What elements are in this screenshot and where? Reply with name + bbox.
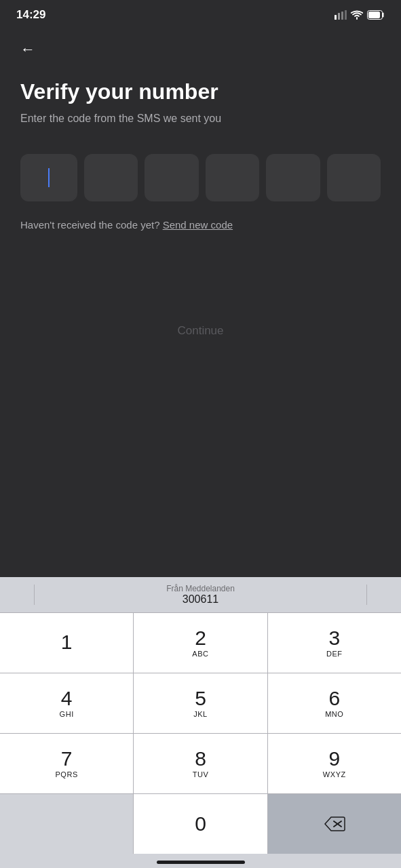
- key-8-letters: TUV: [193, 770, 209, 778]
- battery-icon: [367, 10, 385, 20]
- key-3-letters: DEF: [326, 650, 343, 658]
- code-box-2[interactable]: [84, 154, 138, 201]
- status-icons: [335, 10, 385, 20]
- key-3[interactable]: 3 DEF: [268, 613, 401, 673]
- page-subtitle: Enter the code from the SMS we sent you: [20, 111, 381, 126]
- suggestion-left-divider: [34, 585, 35, 605]
- home-indicator: [0, 854, 401, 868]
- key-1-number: 1: [61, 632, 73, 652]
- svg-rect-2: [341, 12, 343, 20]
- numpad: 1 2 ABC 3 DEF 4 GHI 5 JKL 6 MNO 7 PQRS: [0, 613, 401, 854]
- title-section: Verify your number Enter the code from t…: [20, 79, 381, 127]
- resend-prompt: Haven't received the code yet?: [20, 219, 160, 231]
- key-9[interactable]: 9 WXYZ: [268, 734, 401, 793]
- key-5[interactable]: 5 JKL: [134, 673, 267, 733]
- code-box-1[interactable]: [20, 154, 77, 201]
- key-8-number: 8: [195, 749, 206, 769]
- key-delete[interactable]: [268, 794, 401, 854]
- key-7-letters: PQRS: [55, 770, 77, 778]
- key-7[interactable]: 7 PQRS: [0, 734, 133, 793]
- code-box-4[interactable]: [206, 154, 260, 201]
- key-1[interactable]: 1: [0, 613, 133, 673]
- key-0[interactable]: 0: [134, 794, 267, 854]
- continue-button[interactable]: Continue: [20, 313, 381, 349]
- key-3-number: 3: [328, 628, 340, 648]
- keyboard-area: Från Meddelanden 300611 1 2 ABC 3 DEF 4 …: [0, 577, 401, 868]
- key-2-letters: ABC: [192, 650, 208, 658]
- key-9-number: 9: [328, 749, 340, 769]
- text-cursor: [48, 168, 50, 187]
- key-7-number: 7: [61, 749, 73, 769]
- key-empty: [0, 794, 133, 854]
- keyboard-suggestion-bar[interactable]: Från Meddelanden 300611: [0, 577, 401, 613]
- status-bar: 14:29: [0, 0, 401, 27]
- key-6[interactable]: 6 MNO: [268, 673, 401, 733]
- home-bar: [157, 861, 245, 864]
- key-0-number: 0: [195, 814, 206, 834]
- suggestion-label: Från Meddelanden: [166, 584, 235, 593]
- code-box-3[interactable]: [145, 154, 199, 201]
- send-new-code-link[interactable]: Send new code: [163, 219, 233, 231]
- suggestion-content: Från Meddelanden 300611: [166, 584, 235, 606]
- key-8[interactable]: 8 TUV: [134, 734, 267, 793]
- key-2-number: 2: [195, 628, 206, 648]
- key-2[interactable]: 2 ABC: [134, 613, 267, 673]
- key-6-letters: MNO: [325, 710, 343, 718]
- app-area: ← Verify your number Enter the code from…: [0, 27, 401, 349]
- signal-icon: [335, 10, 347, 20]
- wifi-icon: [351, 10, 363, 20]
- resend-text: Haven't received the code yet? Send new …: [20, 218, 381, 232]
- page-title: Verify your number: [20, 79, 381, 104]
- status-time: 14:29: [16, 8, 45, 22]
- code-input-group[interactable]: [20, 154, 381, 201]
- svg-rect-3: [345, 10, 347, 20]
- key-6-number: 6: [328, 688, 340, 709]
- key-4-letters: GHI: [60, 710, 74, 718]
- key-5-number: 5: [195, 688, 206, 709]
- key-5-letters: JKL: [193, 710, 208, 718]
- suggestion-value: 300611: [166, 593, 235, 606]
- back-arrow-icon: ←: [20, 41, 35, 58]
- delete-icon: [324, 816, 345, 832]
- key-4-number: 4: [61, 688, 73, 709]
- suggestion-right-divider: [366, 585, 367, 605]
- key-4[interactable]: 4 GHI: [0, 673, 133, 733]
- svg-rect-1: [338, 13, 340, 20]
- code-box-5[interactable]: [266, 154, 320, 201]
- svg-rect-0: [335, 15, 337, 20]
- key-9-letters: WXYZ: [323, 770, 346, 778]
- code-box-6[interactable]: [327, 154, 381, 201]
- svg-rect-5: [368, 12, 380, 18]
- back-button[interactable]: ←: [20, 27, 381, 79]
